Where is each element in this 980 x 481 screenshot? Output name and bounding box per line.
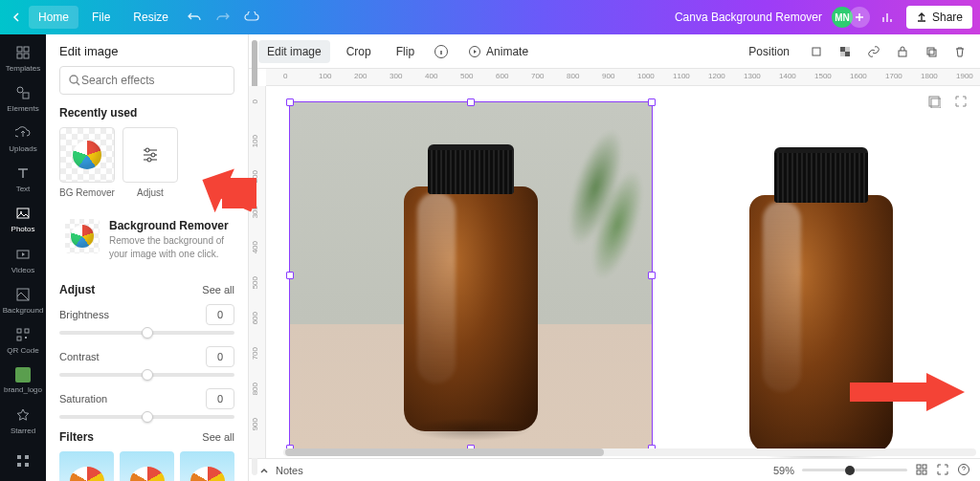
filters-header: Filters [59, 430, 94, 444]
help-icon[interactable] [957, 463, 970, 478]
left-rail: Templates Elements Uploads Text Photos V… [0, 34, 46, 481]
animate-button[interactable]: Animate [459, 40, 537, 63]
context-toolbar: Edit image Crop Flip Animate Position [249, 34, 980, 69]
rail-qrcode[interactable]: QR Code [0, 320, 46, 361]
show-pages-icon[interactable] [924, 92, 944, 111]
insights-icon[interactable] [876, 5, 901, 30]
grid-view-icon[interactable] [915, 463, 928, 478]
rail-text[interactable]: Text [0, 159, 46, 199]
chevron-up-icon [258, 465, 270, 476]
bottom-bar: Notes 59% [249, 458, 980, 481]
zoom-slider[interactable] [802, 469, 907, 471]
topbar: Home File Resize Canva Background Remove… [0, 0, 980, 34]
svg-point-19 [145, 148, 149, 152]
brightness-label: Brightness [59, 309, 109, 320]
edit-image-button[interactable]: Edit image [258, 40, 330, 63]
bg-remover-desc: Remove the background of your image with… [109, 234, 229, 260]
svg-rect-5 [23, 93, 29, 98]
crop-button[interactable]: Crop [338, 40, 380, 63]
nudge-icon[interactable] [806, 41, 827, 62]
svg-rect-36 [917, 470, 921, 474]
svg-rect-37 [923, 470, 926, 474]
link-icon[interactable] [863, 41, 884, 62]
rail-templates[interactable]: Templates [0, 38, 46, 78]
upload-icon [916, 11, 927, 23]
back-button[interactable] [8, 12, 25, 22]
fullscreen-icon[interactable] [936, 463, 949, 478]
design-title[interactable]: Canva Background Remover [675, 11, 822, 24]
svg-point-18 [70, 76, 78, 83]
adjust-seeall[interactable]: See all [202, 284, 234, 295]
duplicate-icon[interactable] [921, 41, 942, 62]
svg-rect-25 [840, 47, 845, 52]
rail-photos[interactable]: Photos [0, 199, 46, 239]
svg-rect-14 [17, 455, 21, 459]
selected-image[interactable] [289, 101, 653, 449]
cloud-sync-icon[interactable] [239, 5, 264, 30]
rail-uploads[interactable]: Uploads [0, 119, 46, 159]
ruler-vertical: 0100200300400500600700800900 [249, 86, 266, 458]
adjust-header: Adjust [59, 283, 95, 296]
contrast-slider[interactable] [59, 373, 234, 377]
rail-starred[interactable]: Starred [0, 401, 46, 441]
redo-icon[interactable] [211, 5, 235, 30]
position-button[interactable]: Position [740, 40, 798, 63]
resize-button[interactable]: Resize [123, 6, 178, 29]
filter-thumb-3[interactable] [180, 451, 234, 481]
brightness-slider[interactable] [59, 331, 234, 335]
add-member-button[interactable] [849, 7, 870, 28]
sliders-icon [141, 145, 160, 164]
notes-button[interactable]: Notes [258, 465, 303, 476]
filter-thumb-1[interactable] [59, 451, 114, 481]
saturation-value[interactable]: 0 [206, 388, 234, 409]
flip-button[interactable]: Flip [388, 40, 423, 63]
svg-rect-26 [845, 52, 850, 56]
rail-more[interactable] [0, 441, 46, 481]
svg-rect-27 [845, 47, 850, 52]
share-button[interactable]: Share [906, 6, 972, 29]
filters-seeall[interactable]: See all [202, 431, 234, 443]
info-icon[interactable] [431, 41, 452, 62]
saturation-label: Saturation [59, 393, 107, 404]
search-icon [68, 74, 81, 87]
undo-icon[interactable] [182, 5, 207, 30]
svg-point-4 [17, 87, 23, 93]
svg-rect-30 [927, 48, 934, 55]
svg-rect-29 [899, 51, 906, 56]
contrast-label: Contrast [59, 351, 100, 362]
svg-rect-16 [17, 463, 21, 467]
svg-point-20 [151, 153, 155, 157]
brightness-value[interactable]: 0 [206, 304, 234, 325]
canvas-stage[interactable] [266, 86, 980, 458]
delete-icon[interactable] [949, 41, 970, 62]
lock-icon[interactable] [892, 41, 913, 62]
saturation-slider[interactable] [59, 415, 234, 419]
svg-rect-0 [17, 47, 22, 52]
recently-used-header: Recently used [59, 106, 234, 120]
side-panel-title: Edit image [46, 34, 248, 66]
recent-bg-remover[interactable]: BG Remover [59, 127, 115, 198]
rail-videos[interactable]: Videos [0, 239, 46, 279]
filter-thumb-2[interactable] [120, 451, 174, 481]
svg-rect-12 [17, 337, 21, 340]
svg-rect-3 [24, 54, 29, 58]
expand-icon[interactable] [951, 92, 970, 111]
zoom-percent[interactable]: 59% [773, 465, 794, 476]
file-menu[interactable]: File [82, 6, 120, 29]
canvas-scrollbar-h[interactable] [283, 448, 976, 456]
rail-brand-logo[interactable]: brand_logo [0, 361, 46, 401]
search-input[interactable] [81, 74, 226, 87]
home-button[interactable]: Home [29, 6, 78, 29]
search-effects[interactable] [59, 66, 234, 95]
recent-adjust[interactable]: Adjust [122, 127, 178, 198]
rail-background[interactable]: Background [0, 280, 46, 320]
share-label: Share [932, 11, 963, 24]
rail-elements[interactable]: Elements [0, 78, 46, 119]
annotation-arrow-bgremover [197, 168, 256, 218]
svg-rect-28 [840, 52, 845, 56]
svg-rect-11 [25, 329, 29, 333]
background-remover-button[interactable]: Background Remover Remove the background… [59, 209, 234, 270]
transparency-icon[interactable] [835, 41, 856, 62]
contrast-value[interactable]: 0 [206, 346, 234, 367]
ruler-horizontal: 0100200300400500600700800900100011001200… [266, 69, 980, 86]
